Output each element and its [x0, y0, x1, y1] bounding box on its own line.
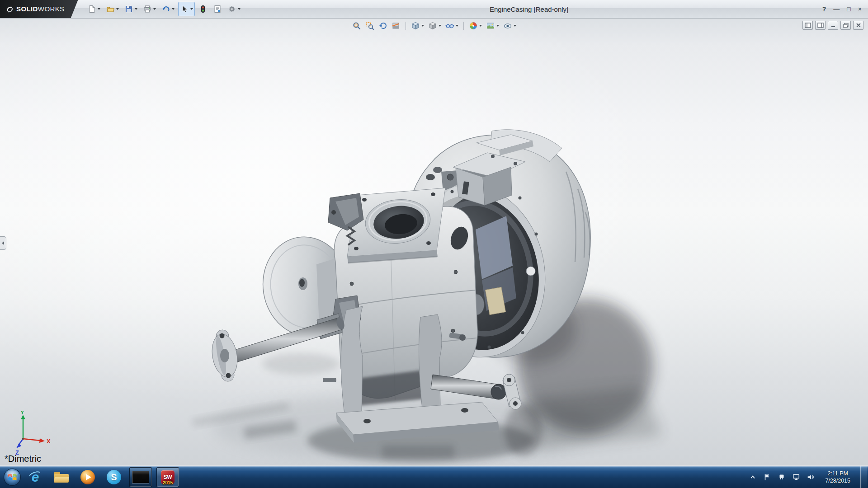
x-axis-label: X [47, 438, 51, 445]
usb-device-button[interactable] [777, 471, 786, 483]
dropdown-arrow-icon [135, 8, 137, 10]
pane-left-button[interactable] [802, 21, 813, 30]
file-properties-button[interactable] [211, 2, 224, 16]
document-window-controls [802, 21, 863, 30]
dropdown-arrow-icon [98, 8, 100, 10]
restore-button[interactable]: □ [847, 6, 850, 12]
options-gear-icon [227, 5, 236, 14]
print-button[interactable] [141, 2, 158, 16]
apply-scene-button[interactable] [485, 20, 500, 32]
pane-left-icon [805, 23, 811, 28]
taskbar-skype[interactable]: S [103, 468, 125, 487]
view-orientation-cube-icon [411, 21, 420, 30]
save-floppy-icon [124, 5, 133, 14]
previous-view-button[interactable] [377, 20, 389, 32]
dropdown-arrow-icon [439, 25, 441, 27]
pinned-apps: e S SW 2015 [24, 467, 179, 487]
graphics-area: Y X Z *Dimetric [0, 18, 868, 466]
speaker-icon [807, 473, 815, 481]
zoom-to-area-button[interactable] [364, 20, 376, 32]
title-bar[interactable]: SOLIDWORKS [0, 0, 868, 19]
app-name-light: WORKS [38, 5, 65, 13]
volume-button[interactable] [806, 471, 815, 483]
pane-right-button[interactable] [815, 21, 826, 30]
dropdown-arrow-icon [514, 25, 516, 27]
dropdown-arrow-icon [479, 25, 482, 27]
dropdown-arrow-icon [172, 8, 175, 10]
dropdown-arrow-icon [496, 25, 499, 27]
rebuild-stoplight-icon [198, 5, 208, 14]
close-button[interactable]: × [858, 6, 862, 12]
taskbar-solidworks[interactable]: SW 2015 [156, 467, 179, 487]
select-pointer-icon [180, 5, 189, 14]
dropdown-arrow-icon [116, 8, 119, 10]
zoom-to-area-icon [365, 21, 374, 30]
start-button[interactable] [0, 466, 24, 488]
skype-icon: S [107, 470, 121, 484]
file-properties-icon [213, 5, 222, 14]
dropdown-arrow-icon [421, 25, 424, 27]
display-network-icon [792, 473, 800, 481]
clock-date: 7/28/2015 [825, 477, 850, 484]
section-view-button[interactable] [390, 20, 402, 32]
doc-close-button[interactable] [853, 21, 863, 30]
ie-swoosh-icon [27, 469, 44, 483]
undo-button[interactable] [160, 2, 176, 16]
toolbar-separator [406, 22, 406, 30]
dropdown-arrow-icon [238, 8, 241, 10]
view-orientation-label: *Dimetric [5, 454, 41, 464]
open-button[interactable] [104, 2, 121, 16]
help-button[interactable]: ? [822, 6, 826, 12]
hide-show-glasses-icon [445, 21, 454, 30]
rebuild-button[interactable] [197, 2, 209, 16]
heads-up-view-toolbar [0, 19, 868, 33]
options-button[interactable] [226, 2, 242, 16]
appearance-ball-icon [469, 21, 478, 30]
taskbar-internet-explorer[interactable]: e [24, 468, 46, 487]
minimize-button[interactable]: — [833, 6, 840, 12]
play-triangle-icon [86, 474, 91, 480]
chevron-up-icon [749, 474, 756, 481]
z-axis-arrow [16, 443, 21, 448]
folder-icon [54, 472, 69, 483]
feature-panel-collapse-tab[interactable] [0, 236, 6, 250]
doc-minimize-button[interactable] [828, 21, 838, 30]
print-icon [143, 5, 152, 14]
flag-icon [763, 473, 771, 481]
internet-explorer-icon: e [28, 469, 43, 485]
new-document-icon [87, 5, 96, 14]
taskbar-clock[interactable]: 2:11 PM 7/28/2015 [821, 470, 855, 485]
action-center-button[interactable] [763, 471, 772, 483]
document-title: EngineCasing [Read-only] [242, 5, 816, 13]
section-view-icon [392, 21, 401, 30]
solidworks-app-icon: SW 2015 [161, 470, 175, 484]
taskbar-command-prompt[interactable] [129, 467, 152, 487]
hidden-icons-button[interactable] [748, 471, 757, 483]
solidworks-window: SOLIDWORKS [0, 0, 868, 488]
solidworks-logo: SOLIDWORKS [0, 0, 78, 18]
hide-show-items-button[interactable] [444, 20, 460, 32]
select-pointer-button[interactable] [178, 2, 195, 16]
undo-arrow-icon [161, 5, 170, 14]
taskbar-windows-explorer[interactable] [51, 468, 72, 487]
y-axis-label: Y [20, 411, 24, 416]
doc-restore-button[interactable] [840, 21, 851, 30]
display-style-button[interactable] [427, 20, 443, 32]
model-canvas[interactable] [0, 18, 868, 466]
network-button[interactable] [792, 471, 801, 483]
app-name-bold: SOLID [16, 5, 38, 13]
view-orientation-button[interactable] [410, 20, 425, 32]
save-button[interactable] [123, 2, 139, 16]
minimize-icon [830, 23, 836, 28]
display-style-icon [428, 21, 437, 30]
new-document-button[interactable] [85, 2, 102, 16]
taskbar-media-player[interactable] [77, 468, 99, 487]
zoom-to-fit-button[interactable] [351, 20, 363, 32]
view-settings-button[interactable] [502, 20, 518, 32]
windows-taskbar: e S SW 2015 [0, 466, 868, 488]
show-desktop-button[interactable] [860, 466, 867, 488]
edit-appearance-button[interactable] [467, 20, 483, 32]
solidworks-logo-icon [5, 5, 14, 13]
usb-icon [778, 473, 786, 481]
command-prompt-icon [132, 471, 149, 483]
